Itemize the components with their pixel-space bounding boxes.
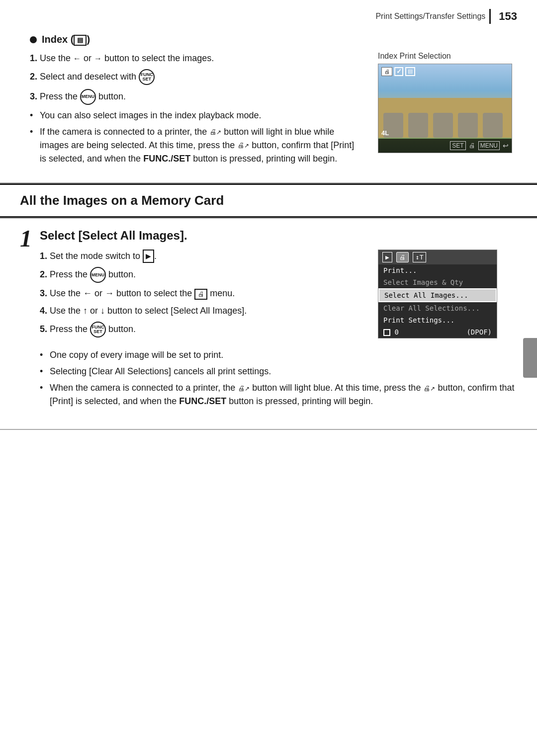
image-number-label: 4L: [381, 129, 389, 137]
index-step-3: 3. Press the MENU button.: [30, 89, 363, 105]
set-label: SET: [450, 141, 465, 150]
index-bullet-1: You can also select images in the index …: [30, 109, 363, 122]
dpof-right: (DPOF): [466, 328, 492, 336]
step1-bullet-2: Selecting [Clear All Selections] cancels…: [40, 365, 517, 378]
memory-card-title: All the Images on a Memory Card: [20, 193, 517, 208]
step1-step-1: 1. Set the mode switch to ▶.: [40, 250, 363, 263]
side-tab: [523, 338, 537, 378]
img-icon-print: 🖨: [381, 67, 392, 76]
step1-bullet-1: One copy of every image will be set to p…: [40, 348, 517, 362]
img-grid-icon: ▤: [405, 67, 415, 76]
step1-step-4: 4. Use the ↑ or ↓ button to select [Sele…: [40, 304, 363, 318]
func-set-button-icon-2: FUNCSET: [90, 322, 106, 337]
page-container: Print Settings/Transfer Settings 153 Ind…: [0, 0, 537, 756]
menu-item-print-settings: Print Settings...: [378, 314, 497, 326]
chair2: [408, 113, 428, 138]
index-step-2: 2. Select and deselect with FUNCSET: [30, 69, 363, 85]
menu-item-print: Print...: [378, 264, 497, 276]
print-menu-icon: 🖨: [194, 289, 207, 300]
index-two-col: 1. Use the ← or → button to select the i…: [30, 52, 517, 168]
memory-card-heading: All the Images on a Memory Card: [0, 183, 537, 218]
index-icon: ▤: [74, 35, 87, 46]
menu-item-select-images: Select Images & Qty: [378, 276, 497, 288]
img-checkmark: ✓: [394, 67, 403, 76]
index-step-list: 1. Use the ← or → button to select the i…: [30, 52, 363, 105]
step1-bullet-list: One copy of every image will be set to p…: [40, 348, 517, 408]
dpof-left: 0: [383, 328, 399, 336]
dpof-checkbox: [383, 329, 390, 336]
step1-content: Select [Select All Images]. 1. Set the m…: [40, 229, 517, 412]
step1-outer: 1 Select [Select All Images]. 1. Set the…: [0, 219, 537, 429]
step1-step-3: 3. Use the ← or → button to select the 🖨…: [40, 287, 363, 300]
index-bullet-list: You can also select images in the index …: [30, 109, 363, 166]
step1-col-text: 1. Set the mode switch to ▶. 2. Press th…: [40, 250, 363, 342]
print-mode-icon-active: 🖨: [396, 252, 409, 262]
image-bottom-bar: SET 🖨 MENU ↩: [378, 139, 512, 153]
chair5: [483, 113, 503, 138]
chair3: [433, 113, 453, 138]
menu-item-select-all: Select All Images...: [378, 288, 497, 302]
step1-block: 1 Select [Select All Images]. 1. Set the…: [20, 229, 517, 412]
right-arrow-1: →: [94, 54, 102, 63]
transfer-mode-icon: ↕T: [413, 252, 427, 262]
index-image-mock: 🖨 ✓ ▤ 4L: [378, 64, 512, 153]
step1-step-5: 5. Press the FUNCSET button.: [40, 322, 363, 337]
step1-two-col: 1. Set the mode switch to ▶. 2. Press th…: [40, 250, 517, 342]
header-subtitle: Print Settings/Transfer Settings: [375, 12, 485, 21]
page-header: Print Settings/Transfer Settings 153: [0, 0, 537, 29]
step1-number: 1: [20, 227, 32, 251]
step1-step-list: 1. Set the mode switch to ▶. 2. Press th…: [40, 250, 363, 338]
page-number: 153: [499, 10, 517, 23]
play-icon: ▶: [143, 250, 154, 263]
menu-button-icon-2: MENU: [90, 267, 106, 283]
image-toolbar: 🖨 ✓ ▤: [381, 67, 415, 76]
step1-col-image: ▶ 🖨 ↕T Print... Select Images & Qty Sele…: [378, 250, 517, 338]
index-col-image: Index Print Selection 🖨 ✓ ▤: [378, 52, 517, 153]
printer-icon-inline: 🖨↗: [209, 127, 221, 137]
printer-icon-inline-3: 🖨↗: [238, 383, 250, 394]
step1-title: Select [Select All Images].: [40, 229, 517, 243]
step1-step-2: 2. Press the MENU button.: [40, 267, 363, 283]
index-col-text: 1. Use the ← or → button to select the i…: [30, 52, 363, 168]
left-arrow-1: ←: [73, 54, 81, 63]
printer-icon-inline-4: 🖨↗: [423, 383, 435, 394]
menu-label-bar: MENU: [478, 141, 500, 150]
index-step-1: 1. Use the ← or → button to select the i…: [30, 52, 363, 65]
menu-top-bar: ▶ 🖨 ↕T: [378, 250, 497, 264]
index-section: Index (▤) 1. Use the ← or → button to se…: [0, 29, 537, 178]
bullet-dot: [30, 36, 37, 43]
up-arrow: ↑: [83, 306, 88, 316]
menu-button-icon: MENU: [80, 89, 96, 105]
menu-item-dpof-row: 0 (DPOF): [378, 326, 497, 338]
printer-icon-inline-2: 🖨↗: [237, 140, 249, 151]
index-image-label: Index Print Selection: [378, 52, 517, 61]
func-set-button-icon: FUNCSET: [139, 69, 155, 85]
down-arrow: ↓: [100, 306, 105, 316]
index-title: Index (▤): [30, 34, 517, 46]
header-divider-line: [489, 9, 491, 24]
print-icon-bar: 🖨: [469, 142, 475, 149]
step1-bullet-3: When the camera is connected to a printe…: [40, 381, 517, 408]
index-bullet-2: If the camera is connected to a printer,…: [30, 125, 363, 166]
beach-area: [378, 98, 512, 138]
left-arrow-2: ←: [83, 288, 92, 298]
play-mode-icon: ▶: [382, 252, 392, 262]
index-title-text: Index (▤): [42, 34, 90, 46]
menu-screenshot: ▶ 🖨 ↕T Print... Select Images & Qty Sele…: [378, 250, 497, 338]
back-label-bar: ↩: [503, 142, 509, 150]
right-arrow-2: →: [105, 288, 114, 298]
chair4: [458, 113, 478, 138]
menu-item-clear-all: Clear All Selections...: [378, 302, 497, 314]
section-divider-3: [0, 429, 537, 430]
